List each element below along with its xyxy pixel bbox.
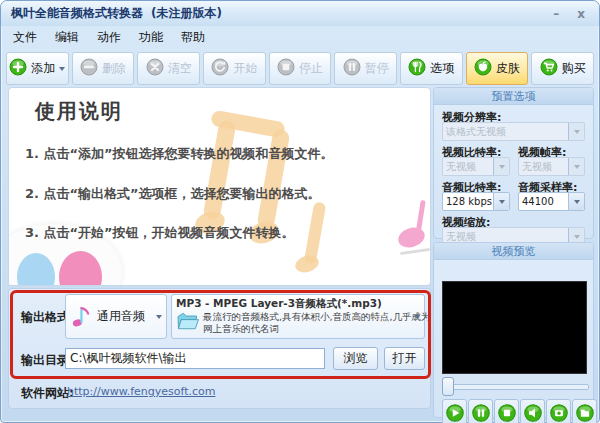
website-label: 软件网站: bbox=[21, 385, 74, 402]
delete-icon bbox=[80, 58, 98, 79]
output-dir-input[interactable] bbox=[65, 348, 325, 369]
clear-icon bbox=[146, 58, 164, 79]
menu-function[interactable]: 功能 bbox=[139, 29, 163, 46]
preset-options-box: 预置选项 视频分辨率: 该格式无视频 视频比特率: 视频帧率: 无视频 无视频 … bbox=[433, 87, 594, 239]
dropdown-arrow-icon bbox=[568, 193, 584, 210]
video-resolution-dropdown[interactable]: 该格式无视频 bbox=[442, 122, 585, 141]
video-framerate-dropdown[interactable]: 无视频 bbox=[518, 157, 585, 176]
preview-controls bbox=[442, 399, 597, 423]
format-detail-dropdown[interactable]: MP3 - MPEG Layer-3音频格式(*.mp3) 最流行的音频格式,具… bbox=[171, 294, 425, 339]
app-window: 枫叶全能音频格式转换器 (未注册版本) – x 文件 编辑 动作 功能 帮助 添… bbox=[0, 0, 600, 423]
seek-slider-thumb[interactable] bbox=[442, 377, 454, 396]
decor-pink-note bbox=[396, 200, 431, 260]
start-button[interactable]: 开始 bbox=[203, 52, 266, 85]
stop-button[interactable]: 停止 bbox=[269, 52, 332, 85]
video-bitrate-dropdown[interactable]: 无视频 bbox=[442, 157, 510, 176]
title-bar[interactable]: 枫叶全能音频格式转换器 (未注册版本) – x bbox=[1, 1, 599, 26]
preview-play-button[interactable] bbox=[442, 399, 467, 423]
dropdown-arrow-icon bbox=[568, 158, 584, 175]
preview-volume-button[interactable] bbox=[520, 399, 545, 423]
add-icon bbox=[9, 58, 27, 79]
preview-open-folder-button[interactable] bbox=[572, 399, 597, 423]
dropdown-arrow-icon bbox=[493, 193, 509, 210]
preset-options-header: 预置选项 bbox=[434, 88, 593, 105]
video-preview-box: 视频预览 bbox=[433, 242, 594, 418]
volume-icon bbox=[524, 404, 542, 422]
dropdown-arrow-icon bbox=[568, 123, 584, 140]
music-note-icon bbox=[70, 301, 94, 333]
start-icon bbox=[211, 58, 229, 79]
format-category-value: 通用音频 bbox=[97, 308, 153, 325]
delete-button[interactable]: 删除 bbox=[72, 52, 135, 85]
audio-samplerate-dropdown[interactable]: 44100 bbox=[518, 192, 585, 211]
menu-bar: 文件 编辑 动作 功能 帮助 bbox=[1, 26, 599, 50]
video-preview-header: 视频预览 bbox=[434, 243, 593, 260]
pause-button[interactable]: 暂停 bbox=[334, 52, 397, 85]
options-button[interactable]: 选项 bbox=[400, 52, 463, 85]
add-button[interactable]: 添加 bbox=[6, 52, 69, 85]
instruction-step-2: 2. 点击“输出格式”选项框，选择您要输出的格式。 bbox=[25, 185, 321, 203]
format-description-line2: 网上音乐的代名词 bbox=[203, 323, 431, 335]
menu-file[interactable]: 文件 bbox=[13, 29, 37, 46]
format-description-line1: 最流行的音频格式,具有体积小,音质高的特点,几乎成为 bbox=[203, 311, 431, 323]
category-dropdown-caret bbox=[156, 315, 162, 319]
menu-edit[interactable]: 编辑 bbox=[55, 29, 79, 46]
pause-icon bbox=[472, 404, 490, 422]
instructions-panel: 使用说明 1. 点击“添加”按钮选择您要转换的视频和音频文件。 2. 点击“输出… bbox=[8, 87, 431, 286]
website-link[interactable]: http://www.fengyesoft.com bbox=[67, 385, 216, 398]
video-preview-screen bbox=[442, 281, 587, 374]
add-dropdown-caret bbox=[59, 67, 65, 71]
cart-icon bbox=[540, 58, 558, 79]
seek-slider-track[interactable] bbox=[442, 384, 589, 390]
close-button[interactable]: x bbox=[577, 8, 585, 20]
options-icon bbox=[408, 58, 426, 79]
browse-button[interactable]: 浏览 bbox=[333, 347, 378, 370]
format-category-dropdown[interactable]: 通用音频 bbox=[65, 294, 167, 339]
stop-icon bbox=[277, 58, 295, 79]
preview-snapshot-button[interactable] bbox=[546, 399, 571, 423]
format-dropdown-caret bbox=[414, 315, 420, 319]
instructions-heading: 使用说明 bbox=[35, 98, 123, 125]
registration-status: (未注册版本) bbox=[151, 5, 222, 22]
menu-action[interactable]: 动作 bbox=[97, 29, 121, 46]
window-title: 枫叶全能音频格式转换器 bbox=[11, 5, 143, 22]
open-button[interactable]: 打开 bbox=[384, 347, 425, 370]
skin-button[interactable]: 皮肤 bbox=[466, 52, 529, 85]
menu-help[interactable]: 帮助 bbox=[181, 29, 205, 46]
dropdown-arrow-icon bbox=[493, 158, 509, 175]
preview-stop-button[interactable] bbox=[494, 399, 519, 423]
apple-icon bbox=[474, 58, 492, 79]
toolbar: 添加 删除 清空 开始 停止 bbox=[1, 50, 599, 90]
stop-icon bbox=[498, 404, 516, 422]
audio-bitrate-dropdown[interactable]: 128 kbps bbox=[442, 192, 510, 211]
preview-pause-button[interactable] bbox=[468, 399, 493, 423]
clear-button[interactable]: 清空 bbox=[137, 52, 200, 85]
pause-icon bbox=[343, 58, 361, 79]
buy-button[interactable]: 购买 bbox=[531, 52, 594, 85]
camera-icon bbox=[550, 404, 568, 422]
format-title: MP3 - MPEG Layer-3音频格式(*.mp3) bbox=[176, 297, 412, 311]
instruction-step-3: 3. 点击“开始”按钮，开始视频音频文件转换。 bbox=[25, 224, 295, 242]
folder-icon bbox=[576, 404, 594, 422]
play-icon bbox=[446, 404, 464, 422]
folder-format-icon bbox=[176, 311, 200, 335]
minimize-button[interactable]: – bbox=[553, 8, 559, 20]
instruction-step-1: 1. 点击“添加”按钮选择您要转换的视频和音频文件。 bbox=[25, 145, 334, 163]
